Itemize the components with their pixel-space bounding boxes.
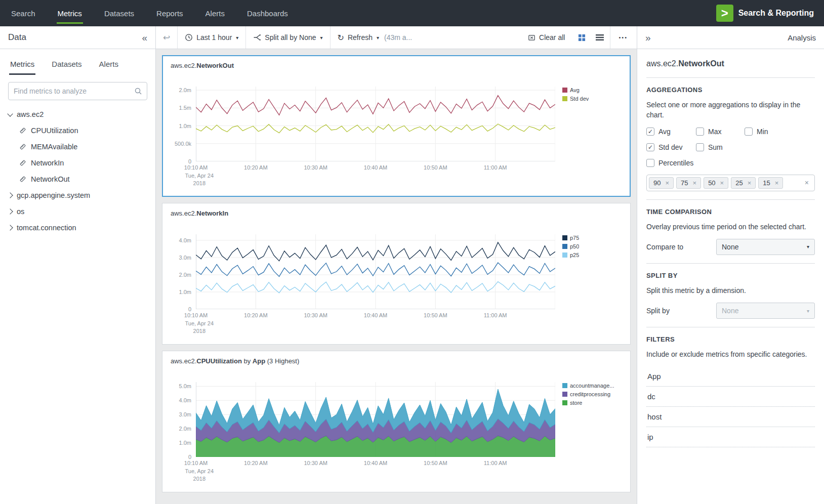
metric-item-networkout[interactable]: NetworkOut xyxy=(0,171,155,187)
remove-icon[interactable]: × xyxy=(748,179,752,187)
y-tick-label: 0 xyxy=(188,158,191,164)
legend-swatch xyxy=(562,235,567,240)
tree-node-label: tomcat.connection xyxy=(17,224,76,232)
chart-card-networkin[interactable]: aws.ec2.NetworkIn 01.0m2.0m3.0m4.0m 10:1… xyxy=(162,203,631,345)
filter-category-dc[interactable]: dc xyxy=(646,387,815,407)
aggregation-option-std-dev[interactable]: ✓Std dev xyxy=(646,143,696,151)
tree-node-gcp-appengine-system[interactable]: gcp.appengine.system xyxy=(0,187,155,203)
grid-view-icon xyxy=(578,34,586,41)
y-axis-labels: 01.0m2.0m3.0m4.0m xyxy=(171,234,196,309)
checkbox-icon xyxy=(646,159,654,167)
percentile-pill-75[interactable]: 75× xyxy=(676,177,701,189)
metric-item-label: MEMAvailable xyxy=(31,143,77,151)
aggregation-option-sum[interactable]: Sum xyxy=(696,143,745,151)
chart-plot[interactable] xyxy=(196,87,555,161)
legend-item-avg[interactable]: Avg xyxy=(562,87,622,93)
percentile-pill-50[interactable]: 50× xyxy=(704,177,728,189)
remove-icon[interactable]: × xyxy=(693,179,697,187)
legend-item-accountmanage-[interactable]: accountmanage... xyxy=(562,383,622,389)
remove-icon[interactable]: × xyxy=(720,179,724,187)
time-comparison-section: TIME COMPARISON Overlay previous time pe… xyxy=(646,199,815,255)
split-by-select[interactable]: None ▾ xyxy=(716,303,815,319)
metric-icon xyxy=(19,176,26,183)
metric-item-networkin[interactable]: NetworkIn xyxy=(0,155,155,171)
remove-icon[interactable]: × xyxy=(775,179,779,187)
tree-node-aws-ec2[interactable]: aws.ec2 xyxy=(0,106,155,122)
legend-item-p50[interactable]: p50 xyxy=(562,243,622,249)
legend-item-p25[interactable]: p25 xyxy=(562,252,622,258)
metric-prefix: aws.ec2. xyxy=(646,59,678,68)
legend-swatch xyxy=(562,88,567,93)
top-nav-datasets[interactable]: Datasets xyxy=(93,0,145,26)
chevron-right-icon xyxy=(7,225,13,230)
y-tick-label: 2.0m xyxy=(179,272,191,278)
chart-card-networkout[interactable]: aws.ec2.NetworkOut 0500.0k1.0m1.5m2.0m 1… xyxy=(162,55,631,197)
search-input[interactable] xyxy=(8,82,147,100)
filters-section: FILTERS Include or exclude metrics from … xyxy=(646,327,815,447)
split-all-label: Split all by None xyxy=(265,33,316,41)
tree-node-os[interactable]: os xyxy=(0,203,155,220)
aggregation-option-max[interactable]: Max xyxy=(696,128,745,136)
tab-metrics[interactable]: Metrics xyxy=(9,53,35,75)
expand-panel-button[interactable]: » xyxy=(645,33,651,43)
filter-category-host[interactable]: host xyxy=(646,407,815,427)
analysis-title: Analysis xyxy=(788,33,816,42)
refresh-ago-label: (43m a... xyxy=(384,33,412,41)
filters-description: Include or exclude metrics from specific… xyxy=(646,349,815,359)
x-tick-label: 11:00 AM xyxy=(484,164,507,171)
tab-datasets[interactable]: Datasets xyxy=(51,53,83,75)
top-nav-metrics[interactable]: Metrics xyxy=(47,0,93,26)
aggregation-option-percentiles[interactable]: Percentiles xyxy=(646,159,696,167)
filter-category-app[interactable]: App xyxy=(646,366,815,387)
caret-down-icon: ▾ xyxy=(377,35,379,40)
x-tick-label: 11:00 AM xyxy=(484,460,507,466)
chart-card-cpuutilization[interactable]: aws.ec2.CPUUtilization by App (3 Highest… xyxy=(162,351,631,492)
aggregation-option-avg[interactable]: ✓Avg xyxy=(646,128,696,136)
filter-category-ip[interactable]: ip xyxy=(646,427,815,447)
aggregation-label: Avg xyxy=(658,128,671,136)
grid-view-button[interactable] xyxy=(574,34,590,41)
legend-item-std-dev[interactable]: Std dev xyxy=(562,96,622,102)
chart-plot[interactable] xyxy=(196,382,555,457)
clock-icon xyxy=(185,33,193,41)
percentile-pill-90[interactable]: 90× xyxy=(649,177,674,189)
compare-to-select[interactable]: None ▾ xyxy=(716,239,815,255)
refresh-button[interactable]: ↻ Refresh ▾ (43m a... xyxy=(331,26,420,49)
tree-node-tomcat-connection[interactable]: tomcat.connection xyxy=(0,220,155,236)
split-all-picker[interactable]: Split all by None ▾ xyxy=(246,26,329,49)
toolbar-separator xyxy=(610,26,610,49)
remove-icon[interactable]: × xyxy=(665,179,669,187)
checkbox-icon xyxy=(696,143,704,151)
aggregation-option-min[interactable]: Min xyxy=(745,128,815,136)
percentile-pill-25[interactable]: 25× xyxy=(731,177,756,189)
top-nav-search[interactable]: Search xyxy=(0,0,47,26)
list-view-button[interactable] xyxy=(592,34,608,41)
legend-item-p75[interactable]: p75 xyxy=(562,235,622,241)
clear-all-label: Clear all xyxy=(539,33,565,41)
top-nav-reports[interactable]: Reports xyxy=(145,0,194,26)
time-range-picker[interactable]: Last 1 hour ▾ xyxy=(178,26,245,49)
legend-item-creditprocessing[interactable]: creditprocessing xyxy=(562,391,622,397)
x-tick-label: 10:10 AM xyxy=(184,312,208,318)
top-nav-alerts[interactable]: Alerts xyxy=(194,0,236,26)
chart-plot[interactable] xyxy=(196,234,555,309)
legend-label: creditprocessing xyxy=(570,391,610,397)
metric-item-cpuutilization[interactable]: CPUUtilization xyxy=(0,122,155,139)
undo-button[interactable]: ↩ xyxy=(156,26,177,49)
clear-all-button[interactable]: Clear all xyxy=(521,26,572,49)
chevron-right-icon xyxy=(7,192,13,198)
more-options-button[interactable]: ••• xyxy=(612,34,634,40)
metric-item-label: CPUUtilization xyxy=(31,127,78,135)
legend-item-store[interactable]: store xyxy=(562,400,622,406)
percentile-pill-15[interactable]: 15× xyxy=(758,177,783,189)
clear-percentiles-icon[interactable]: × xyxy=(801,179,812,187)
y-tick-label: 1.0m xyxy=(179,289,191,295)
collapse-sidebar-button[interactable]: « xyxy=(142,33,147,43)
y-tick-label: 0 xyxy=(188,306,191,312)
metric-search xyxy=(8,82,147,100)
data-sidebar: Data « MetricsDatasetsAlerts aws.ec2CPUU… xyxy=(0,26,156,504)
metric-item-memavailable[interactable]: MEMAvailable xyxy=(0,139,155,155)
metric-icon xyxy=(19,159,26,166)
tab-alerts[interactable]: Alerts xyxy=(98,53,119,75)
top-nav-dashboards[interactable]: Dashboards xyxy=(236,0,299,26)
